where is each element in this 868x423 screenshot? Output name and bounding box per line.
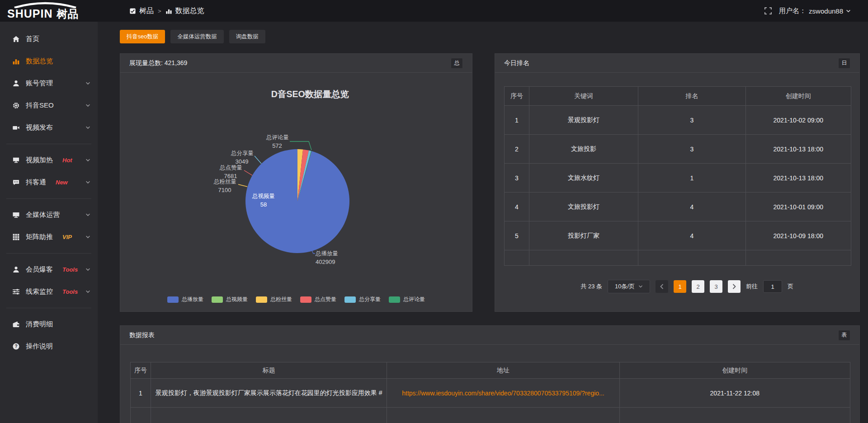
sidebar-item-data-overview[interactable]: 数据总览 [0,50,98,72]
fullscreen-icon[interactable] [764,7,772,14]
page-button-3[interactable]: 3 [710,280,722,293]
sidebar-item-video-heat[interactable]: 视频加热Hot [0,149,98,171]
sidebar-badge: Tools [62,266,78,273]
column-header-keyword: 关键词 [529,87,638,105]
tab-douyin-seo-data[interactable]: 抖音seo数据 [120,30,165,43]
sidebar-item-label: 线索监控 [26,287,53,296]
table-header-row: 序号关键词排名创建时间 [505,87,851,106]
cell-index: 4 [505,193,529,221]
report-panel-title: 数据报表 [129,331,155,339]
chevron-down-icon [85,180,90,185]
sidebar-badge: Hot [62,157,72,164]
chevron-down-icon [638,284,643,289]
sidebar-item-video-publish[interactable]: 视频发布 [0,117,98,139]
sidebar-item-label: 会员爆客 [26,265,53,274]
home-icon [12,35,20,43]
bar-chart-icon [165,8,172,14]
sidebar-item-media-operation[interactable]: 全媒体运营 [0,204,98,226]
pie-label-name: 总点赞量 [219,164,242,171]
app-header: SHUPIN 树品 树品 > 数据总览 用户名： zswodun88 [0,0,868,22]
today-ranking-panel: 今日排名 日 序号关键词排名创建时间1景观投影灯32021-10-02 09:0… [495,53,860,312]
pie-label-name: 总播放量 [315,250,338,257]
ranking-table: 序号关键词排名创建时间1景观投影灯32021-10-02 09:002文旅投影3… [504,86,851,266]
monitor-icon [12,211,20,219]
breadcrumb-root[interactable]: 树品 [129,6,154,16]
sidebar-item-consumption-detail[interactable]: 消费明细 [0,313,98,335]
sidebar-divider [6,308,91,308]
chevron-right-icon [732,284,736,289]
breadcrumb-current[interactable]: 数据总览 [165,6,204,16]
goto-label: 前往 [746,282,758,291]
pie-label-name: 总视频量 [252,193,275,199]
data-tabs: 抖音seo数据全媒体运营数据询盘数据 [120,30,265,43]
sidebar-item-douketong[interactable]: 抖客通New [0,171,98,193]
chevron-down-icon [85,289,90,294]
goto-page-input[interactable] [763,280,782,293]
tab-inquiry-data[interactable]: 询盘数据 [229,30,265,43]
page-button-2[interactable]: 2 [692,280,704,293]
column-header-url: 地址 [387,362,619,378]
goto-suffix: 页 [788,282,793,291]
legend-item[interactable]: 总播放量 [167,296,203,303]
legend-label: 总视频量 [226,296,248,303]
app-logo[interactable]: SHUPIN 树品 [0,3,114,19]
sidebar-item-douyin-seo[interactable]: 抖音SEO [0,94,98,117]
chevron-down-icon [85,235,90,240]
table-row-empty [131,408,850,423]
seo-pie-chart: D音SEO数据量总览总播放量402909总视频量58总粉丝量7100总点赞量76… [120,73,472,284]
next-page-button[interactable] [728,280,741,293]
legend-item[interactable]: 总点赞量 [300,296,336,303]
sidebar-item-clue-monitor[interactable]: 线索监控Tools [0,281,98,303]
sidebar-item-account-manage[interactable]: 账号管理 [0,72,98,94]
sidebar-item-matrix-boost[interactable]: 矩阵助推VIP [0,226,98,248]
sidebar-item-member-baoke[interactable]: 会员爆客Tools [0,258,98,281]
legend-item[interactable]: 总评论量 [389,296,425,303]
pie-label-value: 572 [272,142,282,149]
cell-empty [505,250,529,265]
legend-item[interactable]: 总粉丝量 [256,296,292,303]
sidebar-item-label: 账号管理 [26,79,53,88]
legend-item[interactable]: 总分享量 [344,296,381,303]
member-icon [12,266,20,273]
total-view-button[interactable]: 总 [451,58,463,69]
legend-swatch [212,296,223,303]
table-header-row: 序号标题地址创建时间 [131,362,850,379]
cell-url[interactable]: https://www.iesdouyin.com/share/video/70… [387,379,619,407]
pie-label-value: 7681 [224,173,237,179]
table-row: 1景观投影灯32021-10-02 09:00 [505,106,851,135]
cell-keyword: 文旅水纹灯 [529,164,638,192]
table-view-button[interactable]: 表 [838,330,850,341]
cell-keyword: 文旅投影 [529,135,638,163]
label-leader-line [290,141,311,150]
grid-icon [12,233,20,241]
sidebar-badge: New [56,179,68,186]
header-right: 用户名： zswodun88 [764,7,868,15]
cell-empty [638,250,745,265]
sidebar-item-label: 全媒体运营 [26,211,60,219]
legend-label: 总粉丝量 [270,296,292,303]
sidebar-item-home[interactable]: 首页 [0,28,98,50]
screen-icon [12,156,20,164]
column-header-rank: 排名 [638,87,745,105]
cell-index: 3 [505,164,529,192]
sidebar-item-instructions[interactable]: ?操作说明 [0,335,98,357]
cell-empty [387,408,619,423]
cell-created-time: 2021-10-02 09:00 [746,106,851,134]
day-view-button[interactable]: 日 [838,58,850,69]
legend-swatch [256,296,267,303]
user-menu[interactable]: 用户名： zswodun88 [779,7,851,15]
table-row: 3文旅水纹灯12021-10-13 18:00 [505,164,851,193]
sidebar-badge: VIP [62,234,72,240]
label-leader-line [238,184,247,187]
pie-label-name: 总评论量 [266,134,289,141]
prev-page-button[interactable] [656,280,668,293]
legend-item[interactable]: 总视频量 [212,296,248,303]
cell-rank: 3 [638,135,745,163]
tab-media-operation-data[interactable]: 全媒体运营数据 [170,30,224,43]
page-size-select[interactable]: 10条/页 [608,280,650,293]
legend-label: 总点赞量 [315,296,336,303]
data-report-panel: 数据报表 表 序号标题地址创建时间1景观投影灯，夜游景观投影灯厂家展示展示落花灯… [120,325,860,423]
chart-title: D音SEO数据量总览 [271,89,349,99]
cell-rank: 1 [638,164,745,192]
page-button-1[interactable]: 1 [674,280,686,293]
